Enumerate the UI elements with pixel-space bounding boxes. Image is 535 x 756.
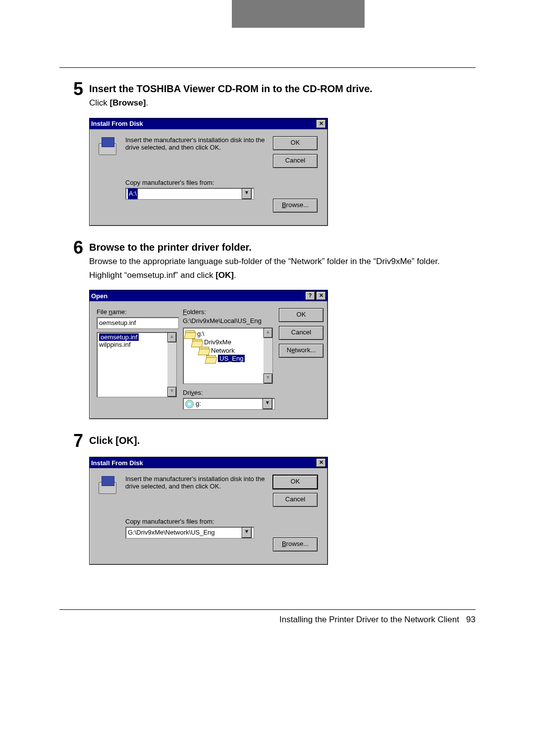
titlebar: Install From Disk ✕ xyxy=(90,457,327,468)
copy-from-label: Copy manufacturer's files from: xyxy=(125,518,266,525)
drive-value: g: xyxy=(196,400,201,407)
step-body: Insert the TOSHIBA Viewer CD-ROM in to t… xyxy=(89,80,476,111)
dialog-title: Open xyxy=(91,292,107,300)
header-band xyxy=(0,0,535,28)
drives-combo[interactable]: g: ▼ xyxy=(183,398,275,410)
step-6-text-2: Highlight “oemsetup.inf” and click [OK]. xyxy=(89,270,476,281)
tree-item[interactable]: US_Eng xyxy=(185,355,270,363)
filename-label: File name: xyxy=(97,308,176,316)
folder-tree[interactable]: g:\ Driv9xMe Network US_Eng ▲ ▼ xyxy=(183,327,273,384)
ok-button[interactable]: OK xyxy=(279,308,323,322)
text-post: . xyxy=(234,270,236,280)
step-number: 5 xyxy=(59,80,83,98)
text-pre: Highlight “oemsetup.inf” and click xyxy=(89,270,215,280)
dialog-title: Install From Disk xyxy=(91,120,143,127)
cancel-button[interactable]: Cancel xyxy=(273,154,318,168)
step-number: 6 xyxy=(59,239,83,257)
cancel-button[interactable]: Cancel xyxy=(273,493,318,507)
step-body: Browse to the printer driver folder. Bro… xyxy=(89,239,476,283)
chevron-down-icon[interactable]: ▼ xyxy=(242,527,252,538)
path-value: A:\ xyxy=(128,188,138,199)
folders-label: Folders: xyxy=(183,308,272,316)
scroll-down-icon[interactable]: ▼ xyxy=(264,374,272,383)
help-icon[interactable]: ? xyxy=(305,291,315,300)
browse-button[interactable]: Browse... xyxy=(273,199,318,213)
text-bold: [OK] xyxy=(215,270,234,280)
scroll-up-icon[interactable]: ▲ xyxy=(167,332,176,342)
step-6: 6 Browse to the printer driver folder. B… xyxy=(59,239,476,283)
titlebar: Open ? ✕ xyxy=(90,290,327,301)
folder-open-icon xyxy=(192,339,202,347)
page-footer: Installing the Printer Driver to the Net… xyxy=(59,615,476,645)
scroll-down-icon[interactable]: ▼ xyxy=(167,387,176,397)
ok-button[interactable]: OK xyxy=(273,136,318,150)
step-body: Click [OK]. xyxy=(89,432,476,449)
list-item[interactable]: wilppins.inf xyxy=(99,341,174,348)
scrollbar[interactable]: ▲ ▼ xyxy=(264,328,272,383)
filename-input[interactable]: oemsetup.inf xyxy=(97,317,179,329)
tree-item[interactable]: g:\ xyxy=(185,330,270,338)
dialog-open: Open ? ✕ File name: oemsetup.inf oemsetu… xyxy=(89,290,476,419)
network-button[interactable]: Network... xyxy=(279,344,323,358)
dialog-install-2: Install From Disk ✕ Insert the manufactu… xyxy=(89,457,476,565)
chevron-down-icon[interactable]: ▼ xyxy=(242,188,252,199)
path-value: G:\Driv9xMe\Network\US_Eng xyxy=(128,527,215,538)
cancel-button[interactable]: Cancel xyxy=(279,326,323,340)
chevron-down-icon[interactable]: ▼ xyxy=(263,398,272,409)
step-number: 7 xyxy=(59,432,83,450)
text-post: . xyxy=(146,98,148,108)
step-5-title: Insert the TOSHIBA Viewer CD-ROM in to t… xyxy=(89,82,476,95)
step-7: 7 Click [OK]. xyxy=(59,432,476,450)
copy-from-label: Copy manufacturer's files from: xyxy=(125,179,266,186)
disk-icon xyxy=(97,136,118,156)
text-pre: Click xyxy=(89,98,110,108)
step-6-title: Browse to the printer driver folder. xyxy=(89,241,476,254)
step-5-text: Click [Browse]. xyxy=(89,97,476,109)
titlebar: Install From Disk ✕ xyxy=(90,118,327,129)
close-icon[interactable]: ✕ xyxy=(316,119,326,128)
step-6-text-1: Browse to the appropriate language sub-f… xyxy=(89,256,476,268)
tree-item[interactable]: Driv9xMe xyxy=(185,338,270,347)
dialog-install-1: Install From Disk ✕ Insert the manufactu… xyxy=(89,118,476,226)
dialog-title: Install From Disk xyxy=(91,459,143,467)
folder-open-icon xyxy=(185,330,195,338)
cd-icon xyxy=(185,400,194,408)
step-7-title: Click [OK]. xyxy=(89,434,476,447)
ok-button[interactable]: OK xyxy=(273,475,318,489)
footer-rule xyxy=(59,609,476,610)
step-5: 5 Insert the TOSHIBA Viewer CD-ROM in to… xyxy=(59,80,476,111)
header-grey-block xyxy=(232,0,365,28)
path-combo[interactable]: G:\Driv9xMe\Network\US_Eng ▼ xyxy=(125,527,254,539)
drives-label: Drives: xyxy=(183,389,272,396)
folder-open-icon xyxy=(199,347,209,355)
folder-open-icon xyxy=(206,355,216,363)
filename-value: oemsetup.inf xyxy=(99,318,136,328)
text-bold: [Browse] xyxy=(110,98,146,108)
path-combo[interactable]: A:\ ▼ xyxy=(125,188,254,200)
page-number: 93 xyxy=(466,615,476,624)
list-item[interactable]: oemsetup.inf xyxy=(99,333,139,341)
top-rule xyxy=(59,67,476,68)
browse-button[interactable]: Browse... xyxy=(273,538,318,551)
page-content: 5 Insert the TOSHIBA Viewer CD-ROM in to… xyxy=(0,28,535,645)
close-icon[interactable]: ✕ xyxy=(316,458,326,467)
scroll-up-icon[interactable]: ▲ xyxy=(264,328,272,338)
close-icon[interactable]: ✕ xyxy=(316,291,326,300)
folders-path: G:\Driv9xMe\Local\US_Eng xyxy=(183,317,272,324)
file-listbox[interactable]: oemsetup.inf wilppins.inf ▲ ▼ xyxy=(97,332,177,397)
disk-icon xyxy=(97,475,118,495)
scrollbar[interactable]: ▲ ▼ xyxy=(167,332,176,397)
tree-item[interactable]: Network xyxy=(185,347,270,355)
dialog-message: Insert the manufacturer's installation d… xyxy=(125,475,266,505)
footer-text: Installing the Printer Driver to the Net… xyxy=(279,615,459,624)
dialog-message: Insert the manufacturer's installation d… xyxy=(125,136,266,166)
